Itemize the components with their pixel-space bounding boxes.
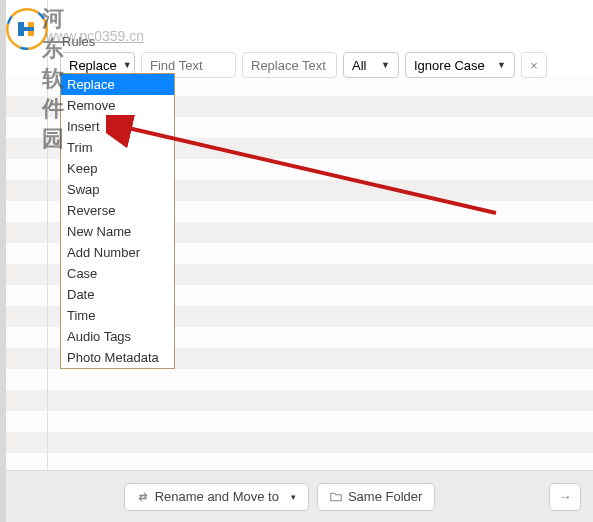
same-folder-button[interactable]: Same Folder: [317, 483, 435, 511]
close-icon: ×: [530, 58, 538, 73]
dropdown-item-replace[interactable]: Replace: [61, 74, 174, 95]
dropdown-item-date[interactable]: Date: [61, 284, 174, 305]
action-dropdown-menu[interactable]: ReplaceRemoveInsertTrimKeepSwapReverseNe…: [60, 73, 175, 369]
vertical-divider: [47, 0, 48, 522]
dropdown-item-insert[interactable]: Insert: [61, 116, 174, 137]
swap-icon: [137, 491, 149, 503]
dropdown-item-trim[interactable]: Trim: [61, 137, 174, 158]
scope-select-value: All: [352, 58, 366, 73]
dropdown-item-swap[interactable]: Swap: [61, 179, 174, 200]
action-select-value: Replace: [69, 58, 117, 73]
replace-text-input[interactable]: [242, 52, 337, 78]
execute-button[interactable]: →: [549, 483, 581, 511]
case-select-value: Ignore Case: [414, 58, 485, 73]
rename-move-label: Rename and Move to: [155, 489, 279, 504]
arrow-right-icon: →: [559, 489, 572, 504]
chevron-down-icon: ▼: [497, 60, 506, 70]
folder-icon: [330, 491, 342, 503]
dropdown-item-audio-tags[interactable]: Audio Tags: [61, 326, 174, 347]
dropdown-item-case[interactable]: Case: [61, 263, 174, 284]
scope-select[interactable]: All ▼: [343, 52, 399, 78]
main-panel: Rules Replace ▼ All ▼ Ignore Case ▼ × Re…: [0, 0, 593, 522]
bottom-toolbar: Rename and Move to ▾ Same Folder →: [6, 470, 593, 522]
dropdown-item-remove[interactable]: Remove: [61, 95, 174, 116]
chevron-down-icon: ▾: [291, 492, 296, 502]
dropdown-item-time[interactable]: Time: [61, 305, 174, 326]
dropdown-item-photo-metadata[interactable]: Photo Metadata: [61, 347, 174, 368]
dropdown-item-keep[interactable]: Keep: [61, 158, 174, 179]
chevron-down-icon: ▼: [381, 60, 390, 70]
rename-move-button[interactable]: Rename and Move to ▾: [124, 483, 309, 511]
chevron-down-icon: ▼: [123, 60, 132, 70]
dropdown-item-new-name[interactable]: New Name: [61, 221, 174, 242]
rules-label: Rules: [62, 34, 95, 49]
dropdown-item-reverse[interactable]: Reverse: [61, 200, 174, 221]
dropdown-item-add-number[interactable]: Add Number: [61, 242, 174, 263]
close-rule-button[interactable]: ×: [521, 52, 547, 78]
case-select[interactable]: Ignore Case ▼: [405, 52, 515, 78]
same-folder-label: Same Folder: [348, 489, 422, 504]
